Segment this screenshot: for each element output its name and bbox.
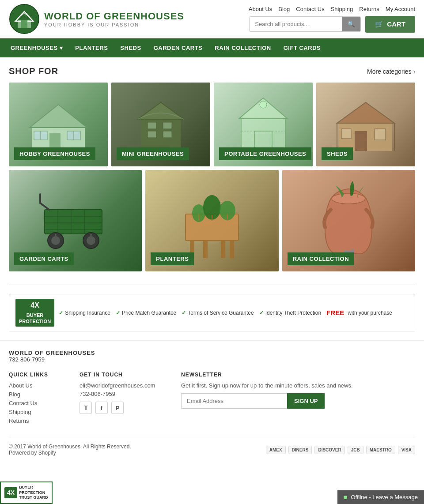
powered-by-shopify[interactable]: Powered by Shopify [9,450,56,456]
buyer-protection-bar: 4X BUYERPROTECTION ✓ Shipping Insurance … [9,294,415,331]
footer-link-contact[interactable]: Contact Us [9,400,66,406]
logo-title: WORLD OF GREENHOUSES [44,11,184,22]
shop-title: SHOP FOR [9,66,58,76]
nav-gift-cards[interactable]: GIFT CARDS [277,38,327,57]
svg-rect-14 [163,122,172,129]
buyer-item-shipping: Shipping Insurance [65,310,110,316]
nav-greenhouses[interactable]: GREENHOUSES ▾ [4,38,69,57]
svg-point-55 [332,193,365,204]
footer-link-about[interactable]: About Us [9,382,66,389]
svg-line-36 [40,203,49,210]
buyer-item-tos: Terms of Service Guarantee [188,310,254,316]
footer-columns: QUICK LINKS About Us Blog Contact Us Shi… [9,372,415,426]
top-nav: About Us Blog Contact Us Shipping Return… [249,6,415,12]
nav-sheds[interactable]: SHEDS [114,38,147,57]
search-input[interactable] [250,17,342,31]
footer-bottom: © 2017 World of Greenhouses. All Rights … [9,437,415,456]
footer-company-phone: 732-806-7959 [9,356,415,363]
footer-copyright: © 2017 World of Greenhouses. All Rights … [9,444,131,456]
svg-point-0 [10,4,39,34]
svg-rect-13 [148,122,156,129]
category-portable-greenhouses[interactable]: PORTABLE GREENHOUSES [214,83,313,166]
svg-point-21 [260,101,267,108]
more-categories-link[interactable]: More categories › [367,68,415,75]
buyer-badge-text: BUYERPROTECTION [19,312,51,325]
svg-rect-16 [163,131,172,138]
nav-account[interactable]: My Account [386,6,415,12]
buyer-item-identity: Identity Theft Protection [265,310,322,316]
footer-company: WORLD OF GREENHOUSES 732-806-7959 [9,350,415,363]
pinterest-icon[interactable]: P [111,402,124,414]
logo-icon [9,4,40,34]
nav-about[interactable]: About Us [249,6,272,12]
footer-company-name: WORLD OF GREENHOUSES [9,350,415,356]
svg-rect-25 [375,129,386,140]
nav-rain-collection[interactable]: RAIN COLLECTION [208,38,277,57]
footer-quick-links: QUICK LINKS About Us Blog Contact Us Shi… [9,372,66,426]
category-row-2: GARDEN CARTS [9,170,415,271]
newsletter-signup-button[interactable]: SIGN UP [287,393,325,409]
footer-link-returns[interactable]: Returns [9,417,66,424]
search-button[interactable]: 🔍 [342,17,360,31]
logo-subtitle: YOUR HOBBY IS OUR PASSION [44,22,184,27]
buyer-badge: 4X BUYERPROTECTION [15,299,54,327]
search-bar: 🔍 [249,16,361,32]
footer-link-blog[interactable]: Blog [9,391,66,398]
footer-get-in-touch: GET IN TOUCH eli@worldofgreenhouses.com … [80,372,168,426]
nav-blog[interactable]: Blog [278,6,290,12]
svg-rect-29 [45,210,102,234]
nav-garden-carts[interactable]: GARDEN CARTS [148,38,209,57]
category-label-hobby: HOBBY GREENHOUSES [14,147,95,160]
footer-touch-phone: 732-806-7959 [80,391,168,397]
nav-returns[interactable]: Returns [359,6,379,12]
check-icon-2: ✓ [116,310,120,316]
footer-quick-links-title: QUICK LINKS [9,372,66,378]
payment-diners: DINERS [288,446,312,454]
section-divider [9,285,415,285]
category-planters[interactable]: PLANTERS [145,170,278,271]
footer-newsletter-title: NEWSLETTER [181,372,415,378]
twitter-icon[interactable]: 𝕋 [80,402,92,414]
search-cart-row: 🔍 🛒 CART [249,16,415,33]
buyer-suffix: with your purchase [348,310,392,316]
category-sheds[interactable]: SHEDS [316,83,415,166]
newsletter-form: SIGN UP [181,393,415,409]
cart-button[interactable]: 🛒 CART [365,16,415,33]
top-right: About Us Blog Contact Us Shipping Return… [249,6,415,33]
buyer-free-label: FREE [326,309,344,316]
check-icon-1: ✓ [59,310,63,316]
newsletter-email-input[interactable] [181,393,287,409]
search-icon: 🔍 [348,21,355,27]
category-rain-collection[interactable]: RAIN COLLECTION [282,170,415,271]
nav-contact[interactable]: Contact Us [296,6,324,12]
category-garden-carts[interactable]: GARDEN CARTS [9,170,142,271]
svg-rect-48 [221,241,225,258]
svg-rect-11 [141,118,181,149]
category-label-planters: PLANTERS [151,252,194,265]
footer-newsletter-desc: Get it first. Sign up now for up-to-the-… [181,382,415,389]
footer: WORLD OF GREENHOUSES 732-806-7959 QUICK … [0,340,424,460]
svg-rect-47 [203,241,208,258]
copyright-text: © 2017 World of Greenhouses. All Rights … [9,444,131,450]
svg-marker-12 [138,102,184,119]
category-hobby-greenhouses[interactable]: HOBBY GREENHOUSES [9,83,108,166]
footer-link-shipping[interactable]: Shipping [9,409,66,415]
logo-text: WORLD OF GREENHOUSES YOUR HOBBY IS OUR P… [44,11,184,27]
payment-visa: VISA [398,446,415,454]
svg-rect-15 [148,131,156,138]
nav-planters[interactable]: PLANTERS [69,38,114,57]
cart-icon: 🛒 [375,20,383,28]
payment-discover: DISCOVER [314,446,344,454]
category-mini-greenhouses[interactable]: MINI GREENHOUSES [111,83,210,166]
category-label-mini: MINI GREENHOUSES [117,147,189,160]
footer-touch-title: GET IN TOUCH [80,372,168,378]
category-label-portable: PORTABLE GREENHOUSES [219,147,311,160]
nav-shipping[interactable]: Shipping [331,6,353,12]
nav-greenhouses-label: GREENHOUSES [11,45,58,51]
check-icon-4: ✓ [259,310,264,316]
facebook-icon[interactable]: f [95,402,108,414]
svg-point-39 [51,236,60,245]
payment-jcb: JCB [348,446,363,454]
top-bar: WORLD OF GREENHOUSES YOUR HOBBY IS OUR P… [0,0,424,38]
category-label-sheds: SHEDS [322,147,353,160]
